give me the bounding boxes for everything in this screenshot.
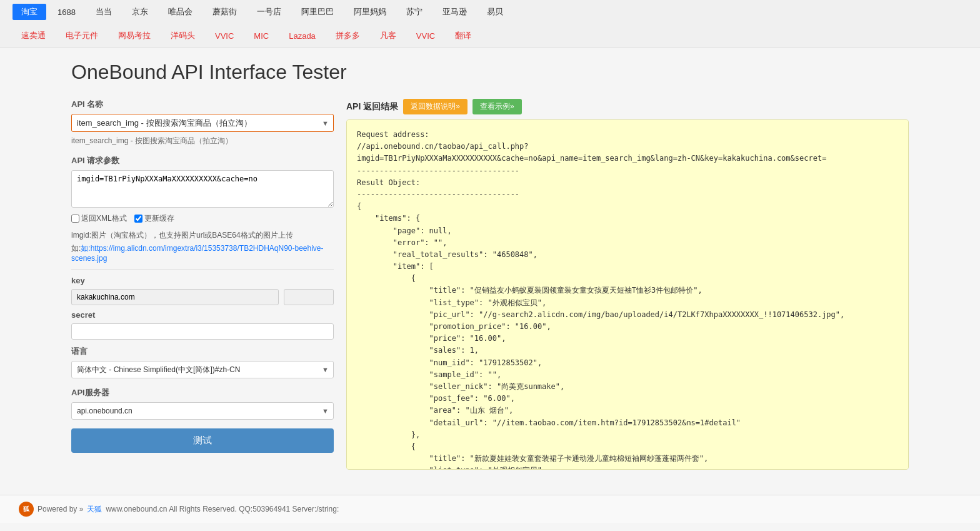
page-title: OneBound API Interface Tester bbox=[71, 61, 909, 84]
nav-alibaba[interactable]: 阿里巴巴 bbox=[292, 4, 342, 20]
result-label: API 返回结果 bbox=[346, 101, 398, 113]
xml-checkbox-text: 返回XML格式 bbox=[81, 213, 127, 224]
api-select-wrapper: item_search_img - 按图搜索淘宝商品（拍立淘） ▼ bbox=[71, 114, 334, 132]
params-textarea[interactable] bbox=[71, 170, 334, 208]
nav-aliexpress[interactable]: 速卖通 bbox=[12, 28, 54, 44]
key-label: key bbox=[71, 276, 334, 285]
result-header: API 返回结果 返回数据说明» 查看示例» bbox=[346, 99, 909, 114]
view-example-button[interactable]: 查看示例» bbox=[472, 99, 522, 114]
key-input[interactable] bbox=[71, 289, 279, 305]
api-name-label: API 名称 bbox=[71, 99, 334, 110]
xml-checkbox[interactable] bbox=[71, 215, 79, 223]
test-button[interactable]: 测试 bbox=[71, 428, 334, 453]
server-label: API服务器 bbox=[71, 387, 334, 398]
nav-alimama[interactable]: 阿里妈妈 bbox=[345, 4, 395, 20]
data-desc-button[interactable]: 返回数据说明» bbox=[403, 99, 468, 114]
api-description: item_search_img - 按图搜索淘宝商品（拍立淘） bbox=[71, 136, 334, 146]
footer-icon: 狐 bbox=[19, 502, 34, 517]
param-hint-1: imgid:图片（淘宝格式），也支持图片url或BASE64格式的图片上传 bbox=[71, 230, 334, 241]
footer-domain: www.onebound.cn All Rights Reserved. QQ:… bbox=[106, 505, 339, 513]
left-panel: API 名称 item_search_img - 按图搜索淘宝商品（拍立淘） ▼… bbox=[71, 99, 334, 470]
cache-checkbox-label[interactable]: 更新缓存 bbox=[134, 213, 174, 224]
cache-checkbox[interactable] bbox=[134, 215, 142, 223]
secret-input[interactable] bbox=[71, 323, 334, 340]
lang-label: 语言 bbox=[71, 346, 334, 357]
nav-vipshop[interactable]: 唯品会 bbox=[159, 4, 201, 20]
nav-vvic1[interactable]: VVIC bbox=[206, 29, 242, 43]
cache-checkbox-text: 更新缓存 bbox=[144, 213, 174, 224]
nav-ebay[interactable]: 易贝 bbox=[478, 4, 512, 20]
nav-jingdong[interactable]: 京东 bbox=[123, 4, 157, 20]
nav-fanke[interactable]: 凡客 bbox=[371, 28, 405, 44]
nav-row-2: 速卖通 电子元件 网易考拉 洋码头 VVIC MIC Lazada 拼多多 凡客… bbox=[12, 24, 968, 48]
server-select-wrapper: api.onebound.cn ▼ bbox=[71, 402, 334, 420]
nav-electronics[interactable]: 电子元件 bbox=[57, 28, 107, 44]
nav-1688[interactable]: 1688 bbox=[49, 5, 84, 19]
nav-pinduoduo[interactable]: 拼多多 bbox=[327, 28, 369, 44]
right-panel: API 返回结果 返回数据说明» 查看示例» Request address: … bbox=[346, 99, 909, 470]
param-hint-2: 如:如:https://img.alicdn.com/imgextra/i3/1… bbox=[71, 243, 334, 263]
footer: 狐 Powered by » 天狐 www.onebound.cn All Ri… bbox=[0, 495, 980, 523]
nav-taobao[interactable]: 淘宝 bbox=[12, 4, 46, 20]
nav-lazada[interactable]: Lazada bbox=[280, 29, 324, 43]
nav-mic[interactable]: MIC bbox=[245, 29, 278, 43]
nav-suning[interactable]: 苏宁 bbox=[398, 4, 431, 20]
lang-select-wrapper: 简体中文 - Chinese Simplified(中文[简体])#zh-CN … bbox=[71, 361, 334, 378]
server-select[interactable]: api.onebound.cn bbox=[71, 402, 334, 420]
nav-yangmatou[interactable]: 洋码头 bbox=[162, 28, 204, 44]
nav-dangdang[interactable]: 当当 bbox=[87, 4, 121, 20]
nav-mogujie[interactable]: 蘑菇街 bbox=[204, 4, 246, 20]
key-row bbox=[71, 289, 334, 305]
api-name-select[interactable]: item_search_img - 按图搜索淘宝商品（拍立淘） bbox=[71, 114, 334, 132]
nav-amazon[interactable]: 亚马逊 bbox=[434, 4, 476, 20]
lang-select[interactable]: 简体中文 - Chinese Simplified(中文[简体])#zh-CN bbox=[71, 361, 334, 378]
footer-text: Powered by » bbox=[38, 505, 83, 513]
divider-1 bbox=[71, 269, 334, 270]
nav-yhd[interactable]: 一号店 bbox=[248, 4, 290, 20]
nav-vvic2[interactable]: VVIC bbox=[408, 29, 444, 43]
footer-link[interactable]: 天狐 bbox=[87, 504, 102, 515]
result-box[interactable]: Request address: //api.onebound.cn/taoba… bbox=[346, 119, 909, 470]
xml-checkbox-label[interactable]: 返回XML格式 bbox=[71, 213, 127, 224]
key-input-extra[interactable] bbox=[284, 289, 334, 305]
nav-row-1: 淘宝 1688 当当 京东 唯品会 蘑菇街 一号店 阿里巴巴 阿里妈妈 苏宁 亚… bbox=[12, 0, 968, 24]
checkbox-row: 返回XML格式 更新缓存 bbox=[71, 213, 334, 224]
nav-koala[interactable]: 网易考拉 bbox=[109, 28, 159, 44]
secret-label: secret bbox=[71, 310, 334, 320]
param-hint-prefix: 如: bbox=[71, 244, 81, 253]
param-hint-link[interactable]: 如:https://img.alicdn.com/imgextra/i3/153… bbox=[71, 244, 324, 263]
params-label: API 请求参数 bbox=[71, 155, 334, 166]
nav-translate[interactable]: 翻译 bbox=[446, 28, 480, 44]
